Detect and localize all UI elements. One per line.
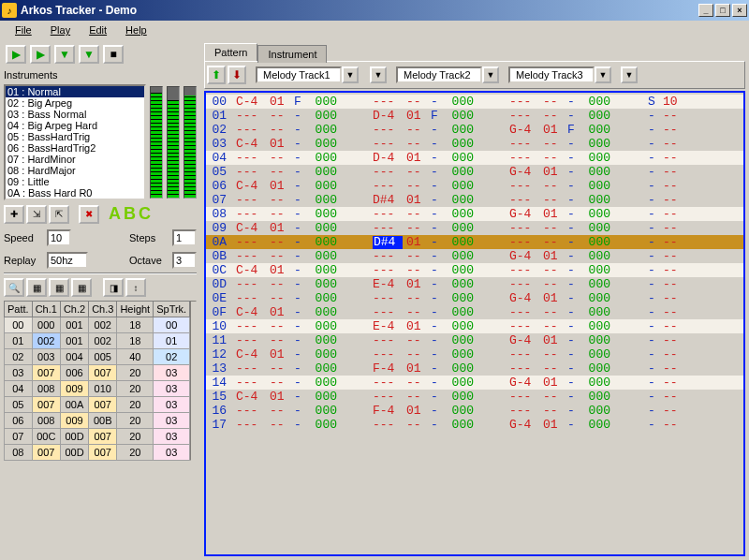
pat-zoom-button[interactable]: 🔍 bbox=[4, 278, 24, 297]
pattern-list-row[interactable]: 0600800900B2003 bbox=[5, 413, 190, 429]
prev-pattern-button[interactable]: ⬆ bbox=[207, 66, 226, 84]
window-title: Arkos Tracker - Demo bbox=[21, 4, 137, 17]
track3-select[interactable]: Melody Track3 bbox=[508, 66, 595, 83]
close-button[interactable]: × bbox=[732, 4, 747, 17]
pattern-row[interactable]: 0B------000------000G-401-000--- bbox=[206, 249, 743, 263]
menu-file[interactable]: File bbox=[7, 22, 39, 37]
pattern-list-row[interactable]: 000000010021800 bbox=[5, 317, 190, 333]
maximize-button[interactable]: □ bbox=[715, 4, 730, 17]
octave-input[interactable]: 3 bbox=[172, 252, 197, 269]
instrument-item[interactable]: 05 : BassHardTrig bbox=[6, 131, 144, 142]
pattern-row[interactable]: 10------000E-401-000------000--- bbox=[206, 319, 743, 333]
vu-ch2 bbox=[167, 86, 180, 199]
pattern-row[interactable]: 02------000------000G-401F000--- bbox=[206, 123, 743, 137]
tool-add-button[interactable]: ✚ bbox=[4, 205, 24, 224]
play-start-button[interactable]: ▶ bbox=[6, 45, 26, 64]
pattern-row[interactable]: 0A------000D#401-000------000--- bbox=[206, 235, 743, 249]
pattern-list-header: Height bbox=[117, 302, 154, 317]
track1-select[interactable]: Melody Track1 bbox=[256, 66, 342, 83]
instrument-item[interactable]: 0A : Bass Hard R0 bbox=[6, 187, 144, 199]
pat-tool5-button[interactable]: ↕ bbox=[125, 278, 146, 297]
pat-tool2-button[interactable]: ▦ bbox=[49, 278, 69, 297]
pat-tool3-button[interactable]: ▦ bbox=[71, 278, 92, 297]
track1-dropdown[interactable]: ▼ bbox=[342, 66, 359, 83]
pattern-list-row[interactable]: 030070060072003 bbox=[5, 365, 190, 381]
pattern-row[interactable]: 15C-401-000------000------000--- bbox=[206, 390, 743, 404]
pattern-list-row[interactable]: 0800700D0072003 bbox=[5, 445, 190, 461]
channel-b-icon[interactable]: B bbox=[124, 204, 137, 224]
instruments-list[interactable]: 01 : Normal02 : Big Arpeg03 : Bass Norma… bbox=[4, 84, 146, 200]
tool-delete-button[interactable]: ✖ bbox=[79, 205, 99, 224]
pattern-list-row[interactable]: 010020010021801 bbox=[5, 333, 190, 349]
editor-tabs: Pattern Instrument bbox=[204, 43, 745, 61]
pat-tool4-button[interactable]: ◨ bbox=[103, 278, 124, 297]
pattern-list-row[interactable]: 020030040054002 bbox=[5, 349, 190, 365]
instrument-item[interactable]: 09 : Little bbox=[6, 176, 144, 187]
pattern-row[interactable]: 01------000D-401F000------000--- bbox=[206, 109, 743, 123]
pattern-row[interactable]: 00C-401F000------000------000S10 bbox=[206, 95, 743, 109]
pattern-row[interactable]: 04------000D-401-000------000--- bbox=[206, 151, 743, 165]
replay-input[interactable]: 50hz bbox=[47, 252, 88, 269]
instruments-label: Instruments bbox=[4, 69, 197, 81]
pattern-editor[interactable]: 00C-401F000------000------000S1001------… bbox=[204, 91, 745, 556]
menubar: File Play Edit Help bbox=[0, 21, 749, 39]
pattern-row[interactable]: 11------000------000G-401-000--- bbox=[206, 333, 743, 347]
pattern-row[interactable]: 05------000------000G-401-000--- bbox=[206, 165, 743, 179]
pattern-row[interactable]: 0CC-401-000------000------000--- bbox=[206, 263, 743, 277]
track1-extra-dropdown[interactable]: ▼ bbox=[370, 66, 387, 83]
instrument-item[interactable]: 06 : BassHardTrig2 bbox=[6, 142, 144, 154]
speed-label: Speed bbox=[4, 232, 43, 243]
vu-ch1 bbox=[150, 86, 163, 199]
special-track-dropdown[interactable]: ▼ bbox=[621, 66, 638, 83]
pattern-row[interactable]: 12C-401-000------000------000--- bbox=[206, 347, 743, 361]
tab-pattern[interactable]: Pattern bbox=[204, 43, 257, 61]
speed-input[interactable]: 10 bbox=[47, 229, 71, 246]
instrument-item[interactable]: 07 : HardMinor bbox=[6, 154, 144, 165]
channel-a-icon[interactable]: A bbox=[109, 204, 122, 224]
pattern-row[interactable]: 0FC-401-000------000------000--- bbox=[206, 305, 743, 319]
pattern-row[interactable]: 14------000------000G-401-000--- bbox=[206, 376, 743, 390]
pat-tool1-button[interactable]: ▦ bbox=[26, 278, 47, 297]
pattern-row[interactable]: 06C-401-000------000------000--- bbox=[206, 179, 743, 193]
replay-label: Replay bbox=[4, 255, 43, 266]
menu-play[interactable]: Play bbox=[43, 22, 78, 37]
pattern-row[interactable]: 0E------000------000G-401-000--- bbox=[206, 291, 743, 305]
stop-button[interactable]: ■ bbox=[103, 45, 124, 64]
pattern-list-scrollbar[interactable] bbox=[190, 301, 197, 461]
instrument-item[interactable]: 02 : Big Arpeg bbox=[6, 97, 144, 109]
instrument-item[interactable]: 08 : HardMajor bbox=[6, 165, 144, 176]
pattern-list-row[interactable]: 040080090102003 bbox=[5, 381, 190, 397]
steps-input[interactable]: 1 bbox=[172, 229, 197, 246]
pattern-row[interactable]: 09C-401-000------000------000--- bbox=[206, 221, 743, 235]
pattern-row[interactable]: 0D------000E-401-000------000--- bbox=[206, 277, 743, 291]
next-pattern-button[interactable]: ⬇ bbox=[228, 66, 246, 84]
instrument-item[interactable]: 04 : Big Arpeg Hard bbox=[6, 120, 144, 131]
play-cursor-button[interactable]: ▼ bbox=[79, 45, 99, 64]
play-pattern-button[interactable]: ▼ bbox=[54, 45, 75, 64]
tool-export-button[interactable]: ⇱ bbox=[49, 205, 69, 224]
pattern-list-row[interactable]: 0700C00D0072003 bbox=[5, 429, 190, 445]
tool-import-button[interactable]: ⇲ bbox=[26, 205, 47, 224]
channel-c-icon[interactable]: C bbox=[139, 204, 152, 224]
menu-help[interactable]: Help bbox=[118, 22, 154, 37]
octave-label: Octave bbox=[129, 255, 169, 266]
pattern-row[interactable]: 17------000------000G-401-000--- bbox=[206, 418, 743, 432]
pattern-list-header: Ch.2 bbox=[60, 302, 88, 317]
instrument-item[interactable]: 01 : Normal bbox=[6, 86, 144, 97]
pattern-list-header: Ch.1 bbox=[32, 302, 60, 317]
pattern-row[interactable]: 07------000D#401-000------000--- bbox=[206, 193, 743, 207]
track2-dropdown[interactable]: ▼ bbox=[482, 66, 499, 83]
pattern-list-table[interactable]: Patt.Ch.1Ch.2Ch.3HeightSpTrk.00000001002… bbox=[4, 301, 190, 461]
tab-instrument[interactable]: Instrument bbox=[257, 45, 327, 63]
track3-dropdown[interactable]: ▼ bbox=[595, 66, 611, 83]
minimize-button[interactable]: _ bbox=[698, 4, 713, 17]
pattern-list-row[interactable]: 0500700A0072003 bbox=[5, 397, 190, 413]
pattern-row[interactable]: 03C-401-000------000------000--- bbox=[206, 137, 743, 151]
track2-select[interactable]: Melody Track2 bbox=[396, 66, 482, 83]
pattern-row[interactable]: 16------000F-401-000------000--- bbox=[206, 404, 743, 418]
instrument-item[interactable]: 03 : Bass Normal bbox=[6, 109, 144, 120]
pattern-row[interactable]: 13------000F-401-000------000--- bbox=[206, 361, 743, 376]
play-button[interactable]: ▶ bbox=[30, 45, 51, 64]
pattern-row[interactable]: 08------000------000G-401-000--- bbox=[206, 207, 743, 221]
menu-edit[interactable]: Edit bbox=[81, 22, 114, 37]
